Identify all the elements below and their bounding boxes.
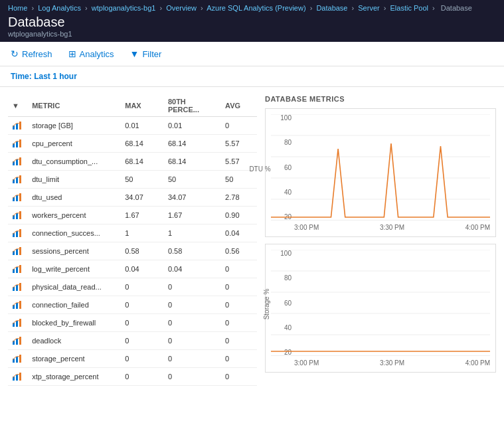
breadcrumb: Home › Log Analytics › wtploganalytics-b… [8, 4, 496, 12]
table-row[interactable]: dtu_consumption_... 68.14 68.14 5.57 [8, 153, 257, 171]
metric-name: log_write_percent [28, 260, 121, 278]
table-row[interactable]: storage [GB] 0.01 0.01 0 [8, 117, 257, 135]
metric-avg: 0 [221, 368, 257, 386]
table-row[interactable]: workers_percent 1.67 1.67 0.90 [8, 207, 257, 224]
table-row[interactable]: physical_data_read... 0 0 0 [8, 278, 257, 296]
svg-rect-25 [16, 267, 18, 273]
metric-avg: 0 [221, 260, 257, 278]
metric-avg: 0 [221, 296, 257, 314]
dtu-x-labels: 3:00 PM 3:30 PM 4:00 PM [294, 224, 490, 231]
svg-rect-23 [19, 247, 21, 255]
table-row[interactable]: connection_failed 0 0 0 [8, 296, 257, 314]
breadcrumb-database[interactable]: Database [316, 4, 347, 12]
metric-max: 0 [121, 314, 164, 332]
metric-p80: 0 [164, 296, 221, 314]
svg-rect-13 [16, 195, 18, 201]
table-row[interactable]: deadlock 0 0 0 [8, 332, 257, 350]
metric-chart-icon [8, 314, 28, 332]
svg-rect-1 [16, 124, 18, 130]
svg-rect-17 [19, 211, 21, 219]
svg-rect-19 [16, 231, 18, 237]
metric-p80: 0.04 [164, 260, 221, 278]
svg-rect-43 [16, 375, 18, 381]
metric-p80: 0 [164, 314, 221, 332]
metric-chart-icon [8, 296, 28, 314]
metric-avg: 0 [221, 314, 257, 332]
metric-max: 68.14 [121, 135, 164, 153]
metric-chart-icon [8, 207, 28, 224]
table-row[interactable]: log_write_percent 0.04 0.04 0 [8, 260, 257, 278]
p80-col-header: 80TH PERCE... [164, 95, 221, 117]
metric-max: 0.58 [121, 242, 164, 260]
metric-max: 68.14 [121, 153, 164, 171]
refresh-icon: ↻ [11, 48, 19, 59]
max-col-header: MAX [121, 95, 164, 117]
table-row[interactable]: cpu_percent 68.14 68.14 5.57 [8, 135, 257, 153]
breadcrumb-overview[interactable]: Overview [166, 4, 197, 12]
table-row[interactable]: xtp_storage_percent 0 0 0 [8, 368, 257, 386]
breadcrumb-home[interactable]: Home [8, 4, 27, 12]
metric-chart-icon [8, 171, 28, 189]
svg-rect-4 [16, 141, 18, 147]
storage-chart-wrapper: 100 80 60 40 20 Storage % [271, 250, 490, 367]
metric-p80: 0 [164, 278, 221, 296]
filter-icon: ▼ [130, 48, 139, 59]
metric-p80: 0 [164, 350, 221, 368]
metric-name: connection_succes... [28, 224, 121, 242]
metric-max: 0 [121, 350, 164, 368]
table-row[interactable]: connection_succes... 1 1 0.04 [8, 224, 257, 242]
svg-rect-8 [19, 157, 21, 165]
svg-rect-28 [16, 285, 18, 291]
metric-max: 1.67 [121, 207, 164, 224]
metric-max: 0 [121, 296, 164, 314]
table-row[interactable]: dtu_used 34.07 34.07 2.78 [8, 189, 257, 207]
metric-name: cpu_percent [28, 135, 121, 153]
metric-p80: 1.67 [164, 207, 221, 224]
svg-rect-16 [16, 213, 18, 219]
metric-max: 0.01 [121, 117, 164, 135]
time-prefix: Time: [11, 72, 34, 81]
svg-rect-11 [19, 175, 21, 183]
table-row[interactable]: storage_percent 0 0 0 [8, 350, 257, 368]
charts-section: DATABASE METRICS 100 80 60 40 20 DTU % [265, 95, 496, 386]
analytics-button[interactable]: ⊞ Analytics [66, 47, 117, 60]
filter-button[interactable]: ▼ Filter [127, 47, 165, 60]
refresh-button[interactable]: ↻ Refresh [8, 47, 55, 60]
svg-rect-35 [19, 319, 21, 327]
metric-max: 1 [121, 224, 164, 242]
breadcrumb-log-analytics[interactable]: Log Analytics [38, 4, 81, 12]
svg-rect-44 [19, 373, 21, 381]
metric-chart-icon [8, 260, 28, 278]
metric-name: storage [GB] [28, 117, 121, 135]
storage-x-labels: 3:00 PM 3:30 PM 4:00 PM [294, 359, 490, 367]
dtu-chart-container: 100 80 60 40 20 DTU % [265, 108, 496, 237]
breadcrumb-elastic-pool[interactable]: Elastic Pool [390, 4, 428, 12]
metric-max: 0 [121, 368, 164, 386]
analytics-label: Analytics [80, 49, 114, 59]
svg-rect-20 [19, 229, 21, 237]
metric-name: workers_percent [28, 207, 121, 224]
metric-chart-icon [8, 368, 28, 386]
metric-name: physical_data_read... [28, 278, 121, 296]
toolbar: ↻ Refresh ⊞ Analytics ▼ Filter [0, 42, 504, 66]
breadcrumb-azure-sql[interactable]: Azure SQL Analytics (Preview) [207, 4, 305, 12]
metric-chart-icon [8, 224, 28, 242]
svg-rect-29 [19, 283, 21, 291]
svg-rect-41 [19, 355, 21, 363]
table-row[interactable]: blocked_by_firewall 0 0 0 [8, 314, 257, 332]
metric-col-header: METRIC [28, 95, 121, 117]
metric-chart-icon [8, 242, 28, 260]
svg-rect-10 [16, 177, 18, 183]
table-row[interactable]: dtu_limit 50 50 50 [8, 171, 257, 189]
metric-name: deadlock [28, 332, 121, 350]
metric-name: sessions_percent [28, 242, 121, 260]
svg-rect-34 [16, 321, 18, 327]
metric-p80: 50 [164, 171, 221, 189]
metric-name: blocked_by_firewall [28, 314, 121, 332]
svg-rect-5 [19, 139, 21, 147]
svg-rect-2 [19, 122, 21, 130]
table-row[interactable]: sessions_percent 0.58 0.58 0.56 [8, 242, 257, 260]
breadcrumb-workspace[interactable]: wtploganalytics-bg1 [92, 4, 156, 12]
breadcrumb-server[interactable]: Server [358, 4, 379, 12]
storage-chart-container: 100 80 60 40 20 Storage % [265, 244, 496, 373]
